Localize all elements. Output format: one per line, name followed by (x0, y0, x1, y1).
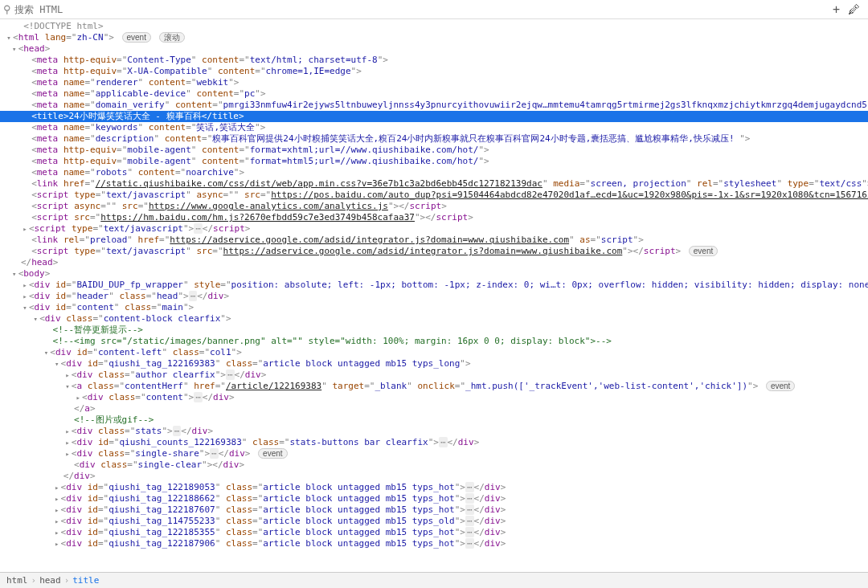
search-icon: ⚲ (3, 3, 11, 15)
search-input[interactable] (14, 4, 833, 15)
wand-icon[interactable]: 🖉 (848, 2, 860, 17)
search-toolbar: ⚲ + 🖉 (0, 0, 868, 19)
add-button[interactable]: + (833, 2, 840, 17)
